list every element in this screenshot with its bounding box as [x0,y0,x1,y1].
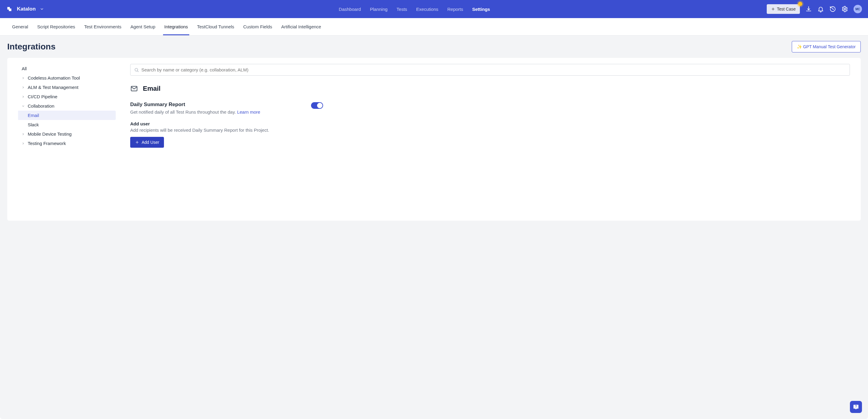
tab-general[interactable]: General [12,18,28,35]
sidebar-item-label: ALM & Test Management [28,85,79,90]
nav-reports[interactable]: Reports [447,7,463,12]
help-fab[interactable]: ? [850,401,862,413]
svg-point-0 [844,8,846,10]
sidebar-item-slack[interactable]: Slack [7,120,116,129]
daily-summary-desc: Get notified daily of all Test Runs thro… [130,110,260,115]
nav-tests[interactable]: Tests [397,7,407,12]
email-icon [130,85,138,93]
top-navbar: Katalon Dashboard Planning Tests Executi… [0,0,868,18]
search-input-wrap[interactable] [130,64,850,76]
nav-settings[interactable]: Settings [472,7,490,12]
settings-tabs: General Script Repositories Test Environ… [0,18,868,36]
add-user-button-label: Add User [142,140,159,145]
sidebar-item-collaboration[interactable]: Collaboration [7,101,116,111]
sidebar-item-alm[interactable]: ALM & Test Management [7,83,116,92]
history-icon[interactable] [830,6,836,12]
svg-point-1 [135,68,138,71]
download-icon[interactable] [805,6,812,12]
nav-dashboard[interactable]: Dashboard [339,7,361,12]
section-title: Email [143,85,161,93]
sidebar-item-label: Collaboration [28,103,54,109]
avatar[interactable]: MC [854,5,862,13]
bell-icon[interactable] [817,6,824,12]
search-input[interactable] [141,67,846,72]
chevron-right-icon [22,95,25,98]
chevron-down-icon [22,104,25,108]
tab-custom-fields[interactable]: Custom Fields [243,18,272,35]
sidebar-item-label: Mobile Device Testing [28,131,72,137]
integrations-sidebar: All Codeless Automation Tool ALM & Test … [7,63,116,216]
integrations-panel: All Codeless Automation Tool ALM & Test … [7,58,861,221]
gear-icon[interactable] [841,6,848,12]
daily-summary-toggle[interactable] [311,102,323,109]
sidebar-item-mobile[interactable]: Mobile Device Testing [7,129,116,139]
add-user-button[interactable]: Add User [130,137,164,148]
chevron-right-icon [22,86,25,89]
sidebar-item-email[interactable]: Email [18,111,116,120]
learn-more-link[interactable]: Learn more [237,110,260,115]
integrations-main: Email Daily Summary Report Get notified … [116,63,861,216]
brand-name: Katalon [17,6,36,12]
sidebar-item-label: Testing Framework [28,141,66,146]
sidebar-item-framework[interactable]: Testing Framework [7,139,116,148]
new-test-case-label: Test Case [777,7,796,11]
tab-artificial-intelligence[interactable]: Artificial Intelligence [281,18,321,35]
tab-test-environments[interactable]: Test Environments [84,18,121,35]
add-user-title: Add user [130,121,850,126]
sidebar-item-all[interactable]: All [7,64,116,73]
toggle-knob [317,103,322,108]
primary-nav: Dashboard Planning Tests Executions Repo… [66,7,763,12]
sidebar-item-label: CI/CD Pipeline [28,94,57,99]
tab-integrations[interactable]: Integrations [164,18,188,35]
brand-logo-icon [6,6,13,12]
chevron-right-icon [22,142,25,145]
search-icon [134,67,139,72]
tab-script-repositories[interactable]: Script Repositories [37,18,75,35]
svg-text:?: ? [855,405,857,408]
add-user-desc: Add recipients will be received Daily Su… [130,127,850,132]
tab-testcloud-tunnels[interactable]: TestCloud Tunnels [197,18,234,35]
notification-dot-icon [798,2,802,6]
chevron-right-icon [22,77,25,80]
page-title: Integrations [7,42,56,52]
sidebar-item-label: Codeless Automation Tool [28,76,80,81]
daily-summary-title: Daily Summary Report [130,101,260,108]
chevron-right-icon [22,132,25,136]
sidebar-item-cicd[interactable]: CI/CD Pipeline [7,92,116,101]
brand-dropdown[interactable] [40,7,44,11]
tab-agent-setup[interactable]: Agent Setup [130,18,156,35]
nav-planning[interactable]: Planning [370,7,387,12]
new-test-case-button[interactable]: Test Case [767,4,800,14]
sidebar-item-codeless[interactable]: Codeless Automation Tool [7,73,116,83]
gpt-generator-button[interactable]: ✨ GPT Manual Test Generator [792,41,861,53]
nav-executions[interactable]: Executions [416,7,438,12]
